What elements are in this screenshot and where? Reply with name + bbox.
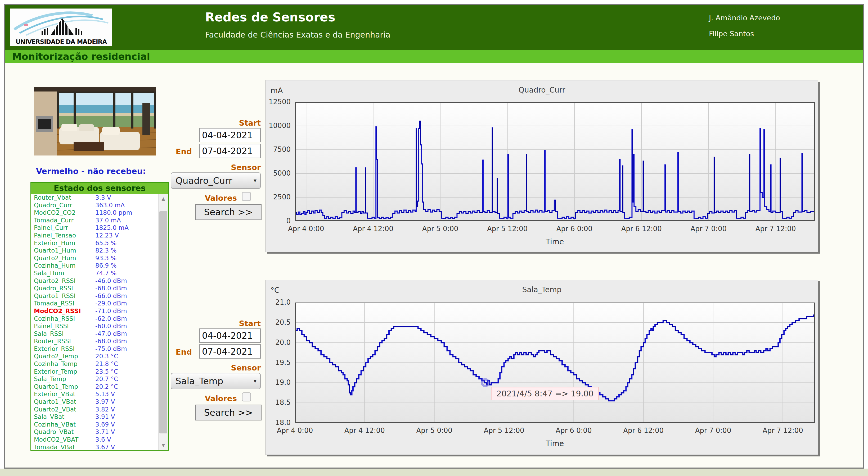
sensor-row[interactable]: Sala_Hum74.7 % (31, 269, 159, 277)
search-button[interactable]: Search >> (195, 204, 261, 220)
sensor-row[interactable]: Quarto1_RSSI-66.0 dBm (31, 292, 159, 300)
sensor-name: ModCO2_RSSI (34, 307, 81, 315)
valores-checkbox[interactable] (242, 192, 251, 201)
sensor-value: 1180.0 ppm (95, 209, 132, 216)
chart-canvas[interactable] (295, 102, 815, 221)
x-tick-label: Apr 5 12:00 (484, 225, 531, 233)
sensor-row[interactable]: Cozinha_Hum86.9 % (31, 262, 159, 269)
sensor-name: Sala_Hum (34, 269, 64, 277)
chevron-down-icon: ▾ (254, 173, 256, 188)
start-date-input[interactable] (199, 329, 261, 343)
sensor-value: -75.0 dBm (95, 345, 127, 353)
x-tick-label: Apr 6 0:00 (551, 225, 598, 233)
sensor-name: Tomada_RSSI (34, 300, 74, 307)
sensor-row[interactable]: Quarto1_Hum82.3 % (31, 247, 159, 254)
sensor-name: Quarto2_VBat (34, 406, 76, 413)
end-date-input[interactable] (199, 344, 261, 359)
sensor-row[interactable]: Router_RSSI-68.0 dBm (31, 337, 159, 345)
x-tick-label: Apr 7 12:00 (752, 225, 800, 233)
sensor-row[interactable]: Painel_Curr1825.0 mA (31, 224, 159, 232)
sensor-row[interactable]: Quadro_Curr363.0 mA (31, 202, 159, 209)
sensor-value: 5.13 V (95, 390, 115, 398)
logo-art-icon (10, 9, 112, 38)
y-tick-label: 19.0 (266, 378, 291, 386)
footer-band (0, 469, 868, 476)
y-tick-label: 18.5 (266, 399, 291, 406)
sensor-row[interactable]: Quarto2_Hum93.3 % (31, 254, 159, 262)
x-tick-label: Apr 6 12:00 (618, 225, 665, 233)
sensor-row[interactable]: Painel_Tensao12.23 V (31, 232, 159, 239)
end-date-input[interactable] (199, 144, 261, 158)
sensor-name: Sala_VBat (34, 413, 64, 421)
sensor-row[interactable]: Exterior_RSSI-75.0 dBm (31, 345, 159, 353)
x-tick-label: Apr 7 0:00 (685, 225, 733, 233)
sensor-row[interactable]: Painel_RSSI-60.0 dBm (31, 322, 159, 330)
sensor-row[interactable]: Exterior_Hum65.5 % (31, 239, 159, 247)
sensor-value: 37.0 mA (95, 216, 121, 224)
sensor-name: Cozinha_Temp (34, 360, 78, 368)
sensor-row[interactable]: Exterior_VBat5.13 V (31, 390, 159, 398)
sensor-select[interactable]: Quadro_Curr ▾ (171, 172, 261, 189)
sensor-row[interactable]: Quarto2_VBat3.82 V (31, 406, 159, 413)
sensor-select[interactable]: Sala_Temp ▾ (171, 373, 261, 389)
sensor-row[interactable]: Exterior_Temp23.5 °C (31, 368, 159, 375)
sensor-row[interactable]: Quarto1_VBat3.97 V (31, 398, 159, 406)
chart-tooltip: 2021/4/5 8:47 => 19.00 (491, 387, 599, 400)
sensor-row[interactable]: Cozinha_RSSI-62.0 dBm (31, 315, 159, 322)
sensor-row[interactable]: Sala_RSSI-47.0 dBm (31, 330, 159, 338)
sensor-name: Router_Vbat (34, 194, 71, 202)
sensor-value: 20.3 °C (95, 352, 118, 360)
end-label: End (176, 147, 192, 156)
sensor-row[interactable]: Sala_VBat3.91 V (31, 413, 159, 421)
sensor-name: Sala_Temp (34, 375, 66, 383)
chevron-down-icon: ▾ (254, 373, 256, 389)
sensor-name: Quarto2_RSSI (34, 277, 75, 285)
sensor-name: Router_RSSI (34, 337, 71, 345)
sensor-name: Tomada_VBat (34, 443, 75, 450)
chart-canvas[interactable] (295, 303, 815, 423)
sensor-row[interactable]: Tomada_RSSI-29.0 dBm (31, 300, 159, 307)
x-tick-label: Apr 4 0:00 (282, 225, 330, 233)
chart-title: Quadro_Curr (266, 86, 818, 94)
sensor-row[interactable]: Sala_Temp20.7 °C (31, 375, 159, 383)
sensor-row[interactable]: Quarto2_Temp20.3 °C (31, 352, 159, 360)
sensor-value: 3.71 V (95, 428, 115, 436)
sensor-name: Quadro_VBat (34, 428, 74, 436)
sensor-row[interactable]: Tomada_VBat3.67 V (31, 443, 159, 450)
sensor-row[interactable]: ModCO2_VBAT3.6 V (31, 436, 159, 443)
x-tick-label: Apr 6 0:00 (550, 427, 597, 435)
sensor-name: Quarto1_RSSI (34, 292, 75, 300)
start-date-input[interactable] (199, 128, 261, 142)
chart-quadro-curr: mA Quadro_Curr 02500500075001000012500 A… (266, 80, 818, 252)
sensor-row[interactable]: Cozinha_Temp21.8 °C (31, 360, 159, 368)
sensor-row[interactable]: Quarto1_Temp20.2 °C (31, 383, 159, 390)
scrollbar-thumb[interactable] (159, 211, 167, 434)
x-tick-label: Apr 5 12:00 (480, 427, 528, 435)
y-tick-label: 19.5 (266, 359, 291, 367)
sensor-row[interactable]: ModCO2_CO21180.0 ppm (31, 209, 159, 216)
y-tick-label: 20.0 (266, 339, 291, 346)
sensor-value: 86.9 % (95, 262, 117, 269)
x-tick-label: Apr 6 12:00 (620, 427, 668, 435)
sensor-name: Quadro_Curr (34, 202, 72, 209)
x-tick-label: Apr 7 0:00 (689, 427, 737, 435)
scroll-down-icon[interactable]: ▼ (159, 440, 168, 450)
end-label: End (176, 347, 192, 356)
sensor-row[interactable]: Cozinha_VBat3.69 V (31, 421, 159, 429)
app-subtitle: Faculdade de Ciências Exatas e da Engenh… (205, 30, 391, 39)
y-tick-label: 20.5 (266, 318, 291, 326)
sensor-row[interactable]: Quarto2_RSSI-46.0 dBm (31, 277, 159, 285)
sensor-name: Quadro_RSSI (34, 284, 73, 292)
sensor-value: 3.91 V (95, 413, 115, 421)
app-title: Redes de Sensores (205, 10, 335, 24)
sensor-row[interactable]: Tomada_Curr37.0 mA (31, 216, 159, 224)
valores-label: Valores (205, 394, 237, 403)
valores-checkbox[interactable] (242, 393, 251, 401)
sensor-row[interactable]: Router_Vbat3.3 V (31, 194, 159, 202)
sensor-value: 12.23 V (95, 232, 119, 239)
sensor-row[interactable]: ModCO2_RSSI-71.0 dBm (31, 307, 159, 315)
sensor-row[interactable]: Quadro_RSSI-68.0 dBm (31, 284, 159, 292)
sensor-value: 3.69 V (95, 421, 115, 429)
search-button[interactable]: Search >> (195, 405, 261, 420)
sensor-row[interactable]: Quadro_VBat3.71 V (31, 428, 159, 436)
